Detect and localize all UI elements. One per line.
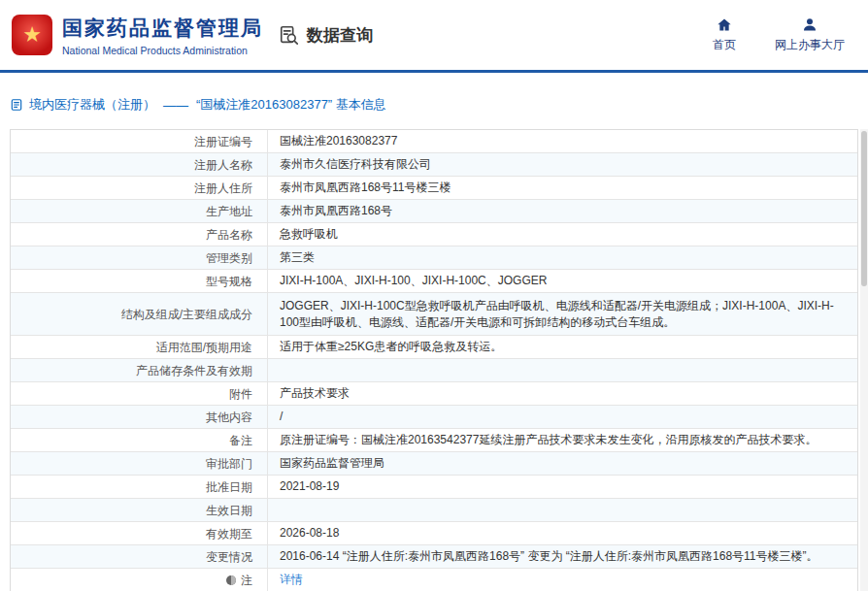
data-query-icon <box>279 24 300 46</box>
row-label: 产品储存条件及有效期 <box>11 359 268 381</box>
row-value: 原注册证编号：国械注准20163542377延续注册产品技术要求未发生变化，沿用… <box>268 429 857 451</box>
nav-online-hall-label: 网上办事大厅 <box>775 37 845 53</box>
row-value: 泰州市久信医疗科技有限公司 <box>268 153 857 176</box>
row-label: 备注 <box>11 429 268 451</box>
row-label: 产品名称 <box>11 223 268 246</box>
section-data-query: 数据查询 <box>279 24 373 47</box>
breadcrumb: 境内医疗器械（注册） —— “国械注准20163082377” 基本信息 <box>10 96 868 114</box>
row-label: 批准日期 <box>11 476 268 498</box>
breadcrumb-title: “国械注准20163082377” 基本信息 <box>196 96 386 114</box>
row-value: 2021-08-19 <box>268 476 857 498</box>
nav-home[interactable]: 首页 <box>713 17 736 53</box>
row-label: 注 <box>11 569 268 591</box>
section-title: 数据查询 <box>307 24 373 47</box>
row-label: 管理类别 <box>11 246 268 269</box>
table-row-registrant-address: 注册人住所 泰州市凤凰西路168号11号楼三楼 <box>11 177 857 200</box>
row-value: 泰州市凤凰西路168号11号楼三楼 <box>268 177 857 199</box>
row-label: 附件 <box>11 382 268 405</box>
agency-title-cn: 国家药品监督管理局 <box>62 15 263 42</box>
scrollbar-thumb[interactable] <box>861 131 867 286</box>
table-row-management-class: 管理类别 第三类 <box>11 246 857 270</box>
row-value <box>268 499 857 521</box>
registration-info-table: 注册证编号 国械注准20163082377 注册人名称 泰州市久信医疗科技有限公… <box>10 129 858 591</box>
table-row-registrant-name: 注册人名称 泰州市久信医疗科技有限公司 <box>11 153 857 177</box>
breadcrumb-separator: —— <box>163 98 188 113</box>
row-value: 第三类 <box>268 246 857 269</box>
row-label: 适用范围/预期用途 <box>11 336 268 358</box>
table-row-expiry-date: 有效期至 2026-08-18 <box>11 522 857 545</box>
row-label: 生效日期 <box>11 499 268 521</box>
table-row-note: 注 详情 <box>11 569 857 591</box>
table-row-product-name: 产品名称 急救呼吸机 <box>11 223 857 246</box>
row-value: 国家药品监督管理局 <box>268 452 857 475</box>
row-value: JOGGER、JIXI-H-100C型急救呼吸机产品由呼吸机、电源线和适配器/开… <box>268 293 857 335</box>
row-label: 注册人住所 <box>11 177 268 199</box>
row-value: JIXI-H-100A、JIXI-H-100、JIXI-H-100C、JOGGE… <box>268 270 857 292</box>
table-row-storage-conditions: 产品储存条件及有效期 <box>11 359 857 382</box>
table-row-composition: 结构及组成/主要组成成分 JOGGER、JIXI-H-100C型急救呼吸机产品由… <box>11 293 857 336</box>
table-row-reg-number: 注册证编号 国械注准20163082377 <box>11 130 857 153</box>
row-label: 注册证编号 <box>11 130 268 152</box>
row-value <box>268 359 857 381</box>
table-row-remarks: 备注 原注册证编号：国械注准20163542377延续注册产品技术要求未发生变化… <box>11 429 857 452</box>
nav-online-hall[interactable]: 网上办事大厅 <box>775 17 845 53</box>
row-label: 型号规格 <box>11 270 268 292</box>
row-value: 国械注准20163082377 <box>268 130 857 152</box>
table-row-intended-use: 适用范围/预期用途 适用于体重≥25KG患者的呼吸急救及转运。 <box>11 336 857 359</box>
home-icon <box>717 17 732 33</box>
row-label: 结构及组成/主要组成成分 <box>11 293 268 335</box>
row-label: 注册人名称 <box>11 153 268 176</box>
table-row-approval-date: 批准日期 2021-08-19 <box>11 476 857 499</box>
row-label: 审批部门 <box>11 452 268 475</box>
row-label: 变更情况 <box>11 545 268 568</box>
header-divider <box>0 70 868 73</box>
agency-logo[interactable]: ★ 国家药品监督管理局 National Medical Products Ad… <box>12 15 263 56</box>
row-value: 2026-08-18 <box>268 522 857 544</box>
table-row-attachment: 附件 产品技术要求 <box>11 382 857 406</box>
table-row-change-record: 变更情况 2016-06-14 “注册人住所:泰州市凤凰西路168号” 变更为 … <box>11 545 857 569</box>
table-row-model-spec: 型号规格 JIXI-H-100A、JIXI-H-100、JIXI-H-100C、… <box>11 270 857 293</box>
row-value: 详情 <box>268 569 857 591</box>
row-label: 其他内容 <box>11 406 268 428</box>
scrollbar-track[interactable] <box>860 129 868 591</box>
row-value: 急救呼吸机 <box>268 223 857 246</box>
user-icon <box>802 17 818 33</box>
agency-title-en: National Medical Products Administration <box>62 45 263 56</box>
table-row-other-content: 其他内容 / <box>11 406 857 429</box>
nav-home-label: 首页 <box>713 37 736 53</box>
row-label: 有效期至 <box>11 522 268 544</box>
header-nav: 首页 网上办事大厅 <box>713 17 845 53</box>
row-value: 产品技术要求 <box>268 382 857 405</box>
document-icon <box>10 98 23 112</box>
page-header: ★ 国家药品监督管理局 National Medical Products Ad… <box>0 0 868 70</box>
row-value: 2016-06-14 “注册人住所:泰州市凤凰西路168号” 变更为 “注册人住… <box>268 545 857 568</box>
note-label: 注 <box>241 573 252 588</box>
row-label: 生产地址 <box>11 200 268 222</box>
row-value: 泰州市凤凰西路168号 <box>268 200 857 222</box>
national-emblem-icon: ★ <box>12 15 52 55</box>
breadcrumb-category[interactable]: 境内医疗器械（注册） <box>29 96 155 114</box>
detail-link[interactable]: 详情 <box>280 572 303 588</box>
table-row-production-address: 生产地址 泰州市凤凰西路168号 <box>11 200 857 223</box>
table-row-approval-department: 审批部门 国家药品监督管理局 <box>11 452 857 476</box>
note-icon <box>225 575 237 586</box>
table-row-effective-date: 生效日期 <box>11 499 857 522</box>
row-value: 适用于体重≥25KG患者的呼吸急救及转运。 <box>268 336 857 358</box>
row-value: / <box>268 406 857 428</box>
